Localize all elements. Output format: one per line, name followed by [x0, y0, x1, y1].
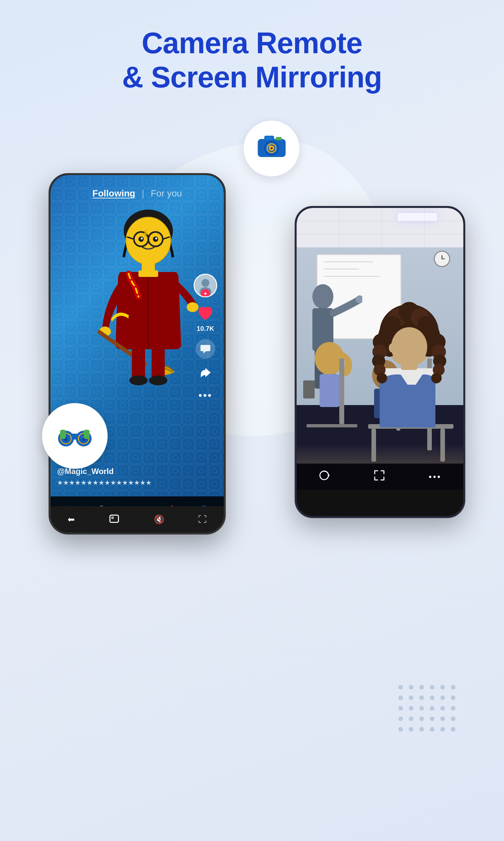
title-line2: & Screen Mirroring	[122, 61, 382, 95]
dots-decoration: // Will be rendered below	[398, 685, 455, 732]
dot	[398, 706, 403, 710]
rotate-icon[interactable]	[318, 469, 330, 484]
dot	[430, 706, 434, 710]
svg-rect-45	[139, 270, 158, 277]
binoculars-icon-circle	[42, 403, 108, 469]
dot	[430, 696, 434, 700]
svg-rect-71	[320, 374, 339, 407]
dot	[409, 696, 413, 700]
dot	[398, 717, 403, 721]
page-title: Camera Remote & Screen Mirroring	[122, 26, 382, 94]
svg-rect-73	[306, 424, 357, 427]
svg-point-13	[270, 147, 271, 148]
svg-point-42	[141, 238, 143, 240]
dot	[409, 706, 413, 710]
lego-figure	[92, 208, 204, 422]
dot	[409, 717, 413, 721]
svg-point-52	[149, 376, 167, 385]
share-button[interactable]	[198, 365, 213, 383]
svg-point-90	[385, 316, 401, 332]
dot	[419, 706, 424, 710]
dot	[451, 706, 455, 710]
svg-point-51	[129, 376, 148, 385]
tiktok-caption: ★★★★★★★★★★★★★★★★	[57, 479, 151, 486]
svg-rect-27	[60, 430, 66, 439]
phone-left-system-bar: ⬅ 🔇 ⛶	[51, 506, 224, 533]
dot	[409, 685, 413, 689]
dot	[440, 727, 445, 732]
like-count: 10.7K	[197, 325, 214, 332]
dot	[440, 685, 445, 689]
more-options-icon[interactable]: •••	[429, 472, 442, 482]
more-button[interactable]: •••	[199, 389, 213, 401]
dot	[440, 717, 445, 721]
svg-point-43	[155, 238, 157, 240]
camera-icon	[256, 132, 287, 166]
phones-container: Following | For you +	[22, 114, 482, 804]
comment-button[interactable]	[196, 339, 215, 359]
svg-point-54	[201, 279, 209, 287]
tiktok-bottom-info: @Magic_World ★★★★★★★★★★★★★★★★	[57, 467, 151, 486]
like-button[interactable]: 10.7K	[196, 304, 215, 332]
dot	[451, 727, 455, 732]
right-phone-action-bar: •••	[296, 464, 463, 490]
expand-icon[interactable]	[373, 469, 385, 484]
svg-point-101	[431, 373, 442, 383]
dot	[430, 727, 434, 732]
nav-following[interactable]: Following	[92, 188, 136, 199]
back-icon[interactable]: ⬅	[68, 514, 75, 525]
dot	[419, 685, 424, 689]
dot	[398, 727, 403, 732]
phone-right: •••	[295, 206, 465, 518]
camera-icon-circle	[244, 121, 300, 176]
dot	[430, 717, 434, 721]
svg-marker-105	[328, 474, 330, 477]
nav-divider: |	[142, 188, 144, 199]
dot	[398, 685, 403, 689]
tiktok-actions: + 10.7K	[194, 274, 217, 401]
svg-rect-9	[265, 136, 273, 140]
title-line1: Camera Remote	[122, 26, 382, 61]
svg-rect-28	[84, 430, 90, 439]
svg-rect-72	[339, 358, 344, 424]
svg-point-91	[418, 316, 433, 332]
nav-for-you[interactable]: For you	[150, 188, 182, 199]
volume-icon[interactable]: 🔇	[154, 514, 164, 525]
dot	[430, 685, 434, 689]
dot	[440, 696, 445, 700]
expand-icon[interactable]: ⛶	[198, 514, 207, 525]
dot	[451, 717, 455, 721]
dot	[451, 696, 455, 700]
dot	[451, 685, 455, 689]
svg-point-96	[377, 373, 387, 383]
svg-point-103	[389, 343, 395, 353]
binoculars-icon	[57, 420, 93, 451]
dot	[398, 696, 403, 700]
dot	[419, 727, 424, 732]
dot	[419, 696, 424, 700]
svg-rect-8	[276, 137, 282, 140]
dot	[419, 717, 424, 721]
svg-rect-56	[110, 515, 119, 522]
dot	[440, 706, 445, 710]
dot	[409, 727, 413, 732]
creator-avatar[interactable]: +	[194, 274, 217, 297]
svg-point-102	[391, 327, 427, 367]
tiktok-header: Following | For you	[51, 188, 224, 199]
phone-right-system-bar	[296, 490, 463, 516]
phone-left: Following | For you +	[49, 173, 226, 534]
svg-rect-57	[111, 516, 114, 519]
home-icon[interactable]	[109, 513, 120, 526]
